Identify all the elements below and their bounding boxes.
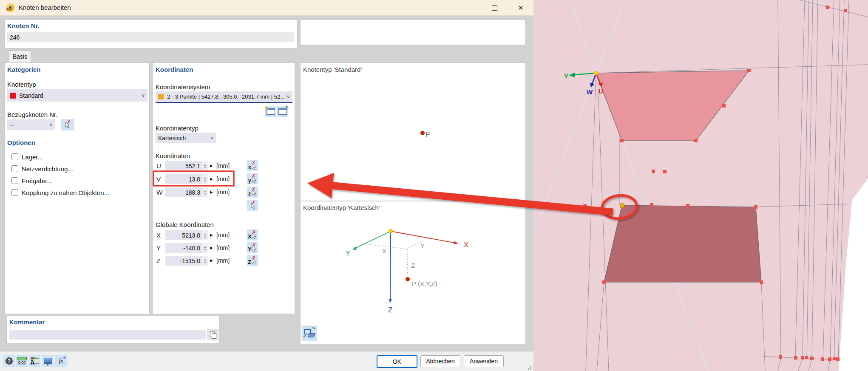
preview-point-label: P [425,131,430,139]
pick-u-button[interactable]: ✗x [247,160,258,171]
resize-grip[interactable] [526,365,531,370]
coord-v-flyout-arrow[interactable]: ▶ [210,177,213,181]
chevron-down-icon: ∨ [210,135,213,141]
coord-u-input[interactable]: 552.1 [165,161,202,171]
reference-node-pick-button[interactable]: ✗ [61,119,74,130]
diagram-dotted-x-label: X [382,247,386,255]
apply-button[interactable]: Anwenden [464,355,504,367]
diagram-dotted-y-label: Y [420,242,425,249]
selected-node[interactable] [620,204,624,207]
pick-v-button[interactable]: ✗y [247,173,258,184]
comment-input[interactable] [9,330,206,340]
coord-v-spinner[interactable]: ▴▾ [202,174,208,184]
checkbox-lager[interactable] [11,153,18,160]
coord-x-spinner[interactable]: ▴▾ [202,230,208,240]
coord-u-flyout-arrow[interactable]: ▶ [210,164,213,168]
screen: 6 Knoten bearbeiten ✕ Knoten Nr. 246 Bas… [0,0,868,371]
units-settings-button[interactable]: 0,00 [16,355,28,367]
display-properties-icon: A [31,357,39,365]
coord-y-flyout-arrow[interactable]: ▶ [210,246,213,250]
coord-w-spinner[interactable]: ▴▾ [202,187,208,197]
chevron-down-icon: ∨ [286,94,290,99]
help-icon: ? [6,357,13,365]
diagram-point-label: P (X,Y,Z) [412,280,437,287]
node-type-label: Knotentyp [7,81,36,88]
rfem-node-icon: 6 [6,3,14,12]
comment-copy-button[interactable] [207,329,218,340]
edit-coordinate-system-button[interactable]: ✎ [277,106,288,117]
pick-free-button[interactable]: ✗ [247,200,258,211]
axis-label-v: V [156,176,161,183]
coord-z-flyout-arrow[interactable]: ▶ [210,258,213,263]
node-type-dropdown[interactable]: Standard ∨ [7,89,148,102]
viewport-v-axis-label: V [564,72,568,79]
svg-text:x: x [248,164,251,170]
coord-y-spinner[interactable]: ▴▾ [202,243,208,253]
checkbox-label: Kopplung zu nahen Objekten... [22,189,109,196]
coord-w-input[interactable]: 188.3 [165,187,202,197]
formula-button[interactable]: fx✳ [55,355,67,367]
coord-z-spinner[interactable]: ▴▾ [202,256,208,266]
coordinate-system-color-swatch [158,94,164,99]
dialog-title: Knoten bearbeiten [19,4,71,11]
coord-u-spinner[interactable]: ▴▾ [202,161,208,171]
formula-icon: fx✳ [59,358,63,365]
diagram-y-axis-label: Y [346,249,350,258]
coord-v-input[interactable]: 13.0 [165,174,202,184]
model-viewport[interactable]: V W U [533,0,868,371]
coord-y-input[interactable]: -140.0 [165,243,202,253]
coord-z-input[interactable]: -1515.0 [165,256,202,266]
projection-button[interactable] [42,355,54,367]
categories-group: Kategorien Knotentyp Standard ∨ Bezugskn… [4,62,150,314]
maximize-icon [492,5,497,11]
pick-cursor-icon: ✗z [247,187,258,198]
help-button[interactable]: ? [3,355,15,367]
options-title: Optionen [7,139,35,146]
pick-global-z-button[interactable]: ✗Z [247,255,258,266]
tab-basis[interactable]: Basis [9,50,31,62]
local-coordinates-label: Koordinaten [156,152,190,159]
viewport-u-axis-label: U [599,88,603,95]
cancel-button[interactable]: Abbrechen [420,355,460,367]
coord-x-input[interactable]: 5213.0 [165,230,202,240]
diagram-dotted-z-label: Z [411,262,415,269]
unit-label: [mm] [216,244,230,251]
close-button[interactable]: ✕ [511,0,530,15]
checkbox-kopplung[interactable] [11,189,18,196]
axis-label-z: Z [156,257,160,264]
svg-text:X: X [248,233,252,240]
axis-label-y: Y [156,244,161,252]
display-properties-button[interactable]: A [29,355,40,367]
pick-global-x-button[interactable]: ✗X [247,229,258,241]
close-icon: ✕ [518,4,523,12]
coordinate-system-dropdown[interactable]: 2 - 3 Punkte | 5427.8, -305.0, -2031.7 m… [156,91,292,103]
dialog-titlebar[interactable]: 6 Knoten bearbeiten ✕ [0,0,533,16]
axis-label-w: W [156,189,162,196]
checkbox-netzverdichtung[interactable] [11,165,18,172]
new-coordinate-system-button[interactable]: ★ [265,106,276,117]
global-coordinates-label: Globale Koordinaten [156,221,214,228]
rotate-view-button[interactable]: ↷↶ [302,326,317,341]
maximize-button[interactable] [485,0,504,15]
edit-window-icon: ✎ [278,108,287,115]
unit-label: [mm] [216,232,230,238]
checkbox-freigabe[interactable] [11,177,18,184]
pick-global-y-button[interactable]: ✗Y [247,242,258,253]
surface-lower[interactable] [604,205,761,282]
coord-x-flyout-arrow[interactable]: ▶ [210,233,213,237]
unit-label: [mm] [216,189,230,195]
coordinate-type-dropdown[interactable]: Kartesisch ∨ [156,133,216,143]
unit-label: [mm] [216,176,230,182]
ok-button[interactable]: OK [377,355,417,368]
reference-node-dropdown[interactable]: -- ∨ [7,119,55,130]
pick-w-button[interactable]: ✗z [247,187,258,198]
cartesian-diagram: X Y Z X Y Z P (X,Y,Z) [301,201,525,344]
reference-node-value: -- [10,122,14,128]
unit-label: [mm] [216,257,230,264]
node-type-caption: Knotentyp 'Standard' [303,66,362,73]
coord-w-flyout-arrow[interactable]: ▶ [210,190,213,194]
node-number-input[interactable]: 246 [7,32,294,42]
diagram-x-axis-label: X [464,241,468,249]
viewport-w-axis-label: W [587,88,593,96]
coordinate-type-label: Koordinatentyp [156,125,199,132]
